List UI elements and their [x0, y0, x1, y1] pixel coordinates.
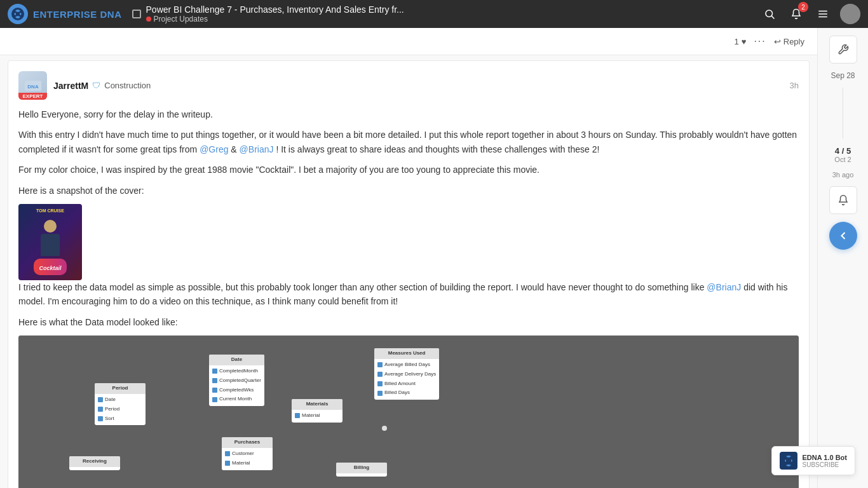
post-body: Hello Everyone, sorry for the delay in t… [18, 107, 799, 488]
user-avatar[interactable] [840, 4, 860, 24]
body-paragraph-4: Here is a snapshot of the cover: [18, 184, 799, 198]
mention-brianj-2[interactable]: @BrianJ [707, 282, 741, 292]
top-reply-bar: 1 ♥ ··· ↩ Reply [0, 28, 817, 55]
trust-level-icon: 🛡 [92, 81, 100, 90]
topbar-actions: 2 [760, 4, 860, 24]
sidebar-line-1 [843, 88, 843, 139]
sidebar-date-sep28: Sep 28 [831, 71, 855, 80]
page-date: Oct 2 [834, 156, 851, 163]
mention-greg[interactable]: @Greg [200, 144, 228, 154]
svg-point-1 [766, 10, 773, 17]
dm-table-materials: Materials Material [292, 399, 342, 423]
subtitle-text: Project Updates [154, 15, 208, 24]
logo-text: ENTERPRISE DNA [33, 9, 122, 20]
sidebar-wrench-button[interactable] [829, 36, 857, 64]
post-author-avatar: DNA EXPERT [18, 71, 47, 100]
movie-cover-title: TOM CRUISE [18, 207, 82, 214]
dm-table-purchases: Purchases Customer Material [222, 437, 273, 470]
logo[interactable]: ENTERPRISE DNA [8, 4, 122, 24]
sidebar: Sep 28 4 / 5 Oct 2 3h ago [817, 28, 868, 488]
sidebar-back-button[interactable] [829, 222, 857, 250]
hamburger-menu-button[interactable] [813, 4, 832, 24]
sep28-label: Sep 28 [831, 71, 855, 80]
topbar-title-area: Power BI Challenge 7 - Purchases, Invent… [132, 4, 760, 24]
subscribe-label: EDNA 1.0 Bot SUBSCRIBE [803, 454, 848, 468]
dm-table-billing: Billing [336, 463, 387, 477]
mention-brianj-1[interactable]: @BrianJ [240, 144, 274, 154]
search-button[interactable] [760, 4, 779, 24]
notification-badge: 2 [798, 2, 808, 12]
subscribe-dna-icon [780, 452, 797, 470]
svg-line-2 [771, 16, 774, 18]
more-options-button[interactable]: ··· [754, 36, 766, 47]
data-model-bg: Date CompletedMonth CompletedQuarter Com… [18, 336, 799, 488]
data-model-image: Date CompletedMonth CompletedQuarter Com… [18, 336, 799, 488]
dm-table-date: Date CompletedMonth CompletedQuarter Com… [209, 355, 264, 406]
notifications-button[interactable]: 2 [787, 4, 806, 24]
like-button[interactable]: 1 ♥ [734, 37, 746, 46]
body-paragraph-5: I tried to keep the data model as simple… [18, 280, 799, 309]
movie-cover-image: TOM CRUISE Cocktail [18, 204, 82, 280]
sidebar-time-ago: 3h ago [832, 171, 854, 179]
topbar-subtitle: Project Updates [146, 15, 404, 24]
like-count: 1 [734, 37, 738, 46]
expert-badge: EXPERT [18, 93, 47, 100]
post-time: 3h [790, 81, 799, 90]
body-paragraph-1: Hello Everyone, sorry for the delay in t… [18, 107, 799, 121]
reply-label: Reply [783, 37, 804, 46]
post-author-name[interactable]: JarrettM [53, 81, 88, 91]
dm-table-period: Period Date Period Sort [95, 383, 146, 425]
sidebar-page-indicator: 4 / 5 Oct 2 [834, 146, 851, 163]
cursor-indicator [382, 426, 387, 431]
title-checkbox [132, 10, 141, 18]
dm-table-receiving: Receiving [69, 456, 120, 470]
content-area: 1 ♥ ··· ↩ Reply DNA EX [0, 28, 817, 488]
topbar: ENTERPRISE DNA Power BI Challenge 7 - Pu… [0, 0, 868, 28]
reply-icon: ↩ [774, 37, 781, 46]
sidebar-bell-button[interactable] [829, 186, 857, 214]
main-wrapper: 1 ♥ ··· ↩ Reply DNA EX [0, 28, 868, 488]
page-title: Power BI Challenge 7 - Purchases, Invent… [146, 4, 404, 15]
page-fraction: 4 / 5 [834, 146, 851, 156]
logo-icon [8, 4, 28, 24]
body-paragraph-2: With this entry I didn't have much time … [18, 128, 799, 156]
post-meta: JarrettM 🛡 Construction 3h [53, 81, 799, 91]
subtitle-dot [146, 17, 151, 22]
dm-table-measures: Measures Used Average Billed Days Averag… [374, 348, 439, 400]
post-tag[interactable]: Construction [104, 81, 151, 90]
post-author-line: JarrettM 🛡 Construction 3h [53, 81, 799, 91]
like-icon: ♥ [742, 37, 747, 46]
subscribe-widget[interactable]: EDNA 1.0 Bot SUBSCRIBE [771, 446, 856, 475]
svg-text:DNA: DNA [27, 84, 39, 90]
post-header: DNA EXPERT JarrettM 🛡 Construction 3h [18, 71, 799, 100]
reply-button[interactable]: ↩ Reply [774, 37, 804, 46]
body-paragraph-3: For my color choice, I was inspired by t… [18, 163, 799, 177]
post-card: DNA EXPERT JarrettM 🛡 Construction 3h [8, 60, 810, 488]
body-paragraph-6: Here is what the Data model looked like: [18, 315, 799, 329]
